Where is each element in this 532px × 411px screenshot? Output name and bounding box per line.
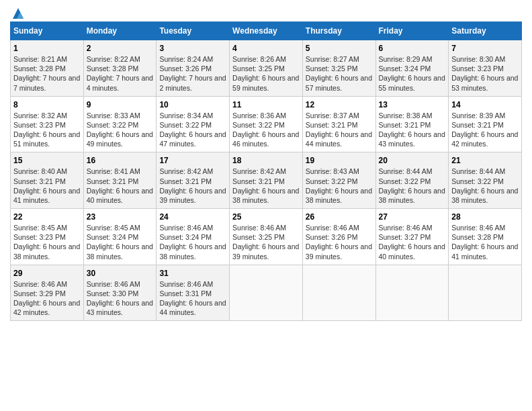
sunrise: Sunrise: 8:32 AM <box>13 111 67 120</box>
sunset: Sunset: 3:28 PM <box>13 64 66 73</box>
calendar-cell: 23 Sunrise: 8:45 AM Sunset: 3:24 PM Dayl… <box>83 209 157 265</box>
sunset: Sunset: 3:21 PM <box>451 121 504 129</box>
calendar-week-1: 1 Sunrise: 8:21 AM Sunset: 3:28 PM Dayli… <box>11 40 522 97</box>
daylight: Daylight: 6 hours and 59 minutes. <box>232 74 299 91</box>
day-number: 17 <box>159 156 226 165</box>
calendar-cell: 24 Sunrise: 8:46 AM Sunset: 3:24 PM Dayl… <box>157 209 230 265</box>
sunrise: Sunrise: 8:36 AM <box>232 111 286 120</box>
sunset: Sunset: 3:24 PM <box>159 233 212 241</box>
day-number: 19 <box>306 156 373 165</box>
sunrise: Sunrise: 8:44 AM <box>451 167 505 175</box>
day-number: 3 <box>159 44 226 53</box>
day-number: 15 <box>13 156 81 165</box>
calendar-week-5: 29 Sunrise: 8:46 AM Sunset: 3:29 PM Dayl… <box>11 265 522 321</box>
daylight: Daylight: 6 hours and 42 minutes. <box>13 299 80 316</box>
daylight: Daylight: 6 hours and 38 minutes. <box>451 187 518 204</box>
sunset: Sunset: 3:22 PM <box>451 177 504 185</box>
sunset: Sunset: 3:25 PM <box>306 64 358 73</box>
sunset: Sunset: 3:24 PM <box>379 64 431 73</box>
calendar-cell <box>302 265 375 321</box>
sunset: Sunset: 3:21 PM <box>306 121 358 129</box>
calendar-cell: 10 Sunrise: 8:34 AM Sunset: 3:22 PM Dayl… <box>157 96 230 152</box>
day-info: Sunrise: 8:24 AM Sunset: 3:26 PM Dayligh… <box>159 54 226 93</box>
sunset: Sunset: 3:27 PM <box>379 233 431 241</box>
calendar-cell: 16 Sunrise: 8:41 AM Sunset: 3:21 PM Dayl… <box>83 152 157 209</box>
logo-icon <box>11 7 25 20</box>
sunrise: Sunrise: 8:33 AM <box>87 111 140 120</box>
sunrise: Sunrise: 8:39 AM <box>451 111 505 120</box>
day-number: 13 <box>379 100 446 109</box>
sunrise: Sunrise: 8:46 AM <box>306 224 359 232</box>
sunset: Sunset: 3:25 PM <box>232 64 285 73</box>
day-number: 26 <box>306 212 373 222</box>
daylight: Daylight: 6 hours and 38 minutes. <box>379 187 445 204</box>
day-info: Sunrise: 8:46 AM Sunset: 3:29 PM Dayligh… <box>13 279 81 318</box>
calendar-table: SundayMondayTuesdayWednesdayThursdayFrid… <box>10 21 522 321</box>
day-info: Sunrise: 8:38 AM Sunset: 3:21 PM Dayligh… <box>379 111 446 149</box>
sunrise: Sunrise: 8:29 AM <box>379 55 433 63</box>
sunset: Sunset: 3:21 PM <box>379 121 431 129</box>
day-number: 1 <box>13 44 81 53</box>
day-number: 14 <box>451 100 519 109</box>
day-number: 23 <box>87 212 154 222</box>
daylight: Daylight: 6 hours and 51 minutes. <box>13 130 80 148</box>
daylight: Daylight: 6 hours and 44 minutes. <box>306 130 372 148</box>
calendar-cell <box>449 265 522 321</box>
calendar-week-3: 15 Sunrise: 8:40 AM Sunset: 3:21 PM Dayl… <box>11 152 522 209</box>
day-info: Sunrise: 8:34 AM Sunset: 3:22 PM Dayligh… <box>159 111 226 149</box>
day-number: 9 <box>87 100 154 109</box>
sunrise: Sunrise: 8:34 AM <box>159 111 213 120</box>
day-info: Sunrise: 8:26 AM Sunset: 3:25 PM Dayligh… <box>232 54 300 93</box>
daylight: Daylight: 6 hours and 57 minutes. <box>306 74 372 91</box>
sunrise: Sunrise: 8:42 AM <box>159 167 213 175</box>
day-info: Sunrise: 8:46 AM Sunset: 3:26 PM Dayligh… <box>306 223 373 261</box>
daylight: Daylight: 6 hours and 46 minutes. <box>232 130 299 148</box>
calendar-cell: 3 Sunrise: 8:24 AM Sunset: 3:26 PM Dayli… <box>157 40 230 97</box>
sunset: Sunset: 3:30 PM <box>87 289 139 298</box>
calendar-cell: 26 Sunrise: 8:46 AM Sunset: 3:26 PM Dayl… <box>302 209 375 265</box>
daylight: Daylight: 6 hours and 39 minutes. <box>306 242 372 260</box>
day-info: Sunrise: 8:43 AM Sunset: 3:22 PM Dayligh… <box>306 167 373 205</box>
day-info: Sunrise: 8:27 AM Sunset: 3:25 PM Dayligh… <box>306 54 373 93</box>
sunrise: Sunrise: 8:43 AM <box>306 167 359 175</box>
day-number: 7 <box>451 44 519 53</box>
sunrise: Sunrise: 8:44 AM <box>379 167 433 175</box>
calendar-cell <box>230 265 303 321</box>
day-number: 6 <box>379 44 446 53</box>
day-number: 27 <box>379 212 446 222</box>
calendar-week-2: 8 Sunrise: 8:32 AM Sunset: 3:23 PM Dayli… <box>11 96 522 152</box>
sunrise: Sunrise: 8:46 AM <box>451 224 505 232</box>
day-info: Sunrise: 8:30 AM Sunset: 3:23 PM Dayligh… <box>451 54 519 93</box>
calendar-cell: 6 Sunrise: 8:29 AM Sunset: 3:24 PM Dayli… <box>375 40 449 97</box>
day-info: Sunrise: 8:45 AM Sunset: 3:24 PM Dayligh… <box>87 223 154 261</box>
day-info: Sunrise: 8:46 AM Sunset: 3:28 PM Dayligh… <box>451 223 519 261</box>
sunrise: Sunrise: 8:46 AM <box>379 224 433 232</box>
sunset: Sunset: 3:24 PM <box>87 233 139 241</box>
calendar-cell: 25 Sunrise: 8:46 AM Sunset: 3:25 PM Dayl… <box>230 209 303 265</box>
daylight: Daylight: 6 hours and 43 minutes. <box>87 299 153 316</box>
day-number: 16 <box>87 156 154 165</box>
daylight: Daylight: 6 hours and 40 minutes. <box>379 242 445 260</box>
day-info: Sunrise: 8:37 AM Sunset: 3:21 PM Dayligh… <box>306 111 373 149</box>
calendar-header-friday: Friday <box>375 22 449 40</box>
day-info: Sunrise: 8:46 AM Sunset: 3:27 PM Dayligh… <box>379 223 446 261</box>
day-info: Sunrise: 8:44 AM Sunset: 3:22 PM Dayligh… <box>379 167 446 205</box>
daylight: Daylight: 6 hours and 42 minutes. <box>451 130 518 148</box>
sunrise: Sunrise: 8:46 AM <box>232 224 286 232</box>
daylight: Daylight: 6 hours and 39 minutes. <box>232 242 299 260</box>
sunset: Sunset: 3:22 PM <box>87 121 139 129</box>
page-container: SundayMondayTuesdayWednesdayThursdayFrid… <box>0 0 532 328</box>
sunset: Sunset: 3:26 PM <box>159 64 212 73</box>
day-info: Sunrise: 8:46 AM Sunset: 3:31 PM Dayligh… <box>159 279 226 318</box>
calendar-header-tuesday: Tuesday <box>157 22 230 40</box>
daylight: Daylight: 6 hours and 47 minutes. <box>159 130 226 148</box>
daylight: Daylight: 6 hours and 38 minutes. <box>13 242 80 260</box>
calendar-cell: 1 Sunrise: 8:21 AM Sunset: 3:28 PM Dayli… <box>11 40 84 97</box>
day-info: Sunrise: 8:39 AM Sunset: 3:21 PM Dayligh… <box>451 111 519 149</box>
calendar-cell: 8 Sunrise: 8:32 AM Sunset: 3:23 PM Dayli… <box>11 96 84 152</box>
day-info: Sunrise: 8:44 AM Sunset: 3:22 PM Dayligh… <box>451 167 519 205</box>
day-number: 11 <box>232 100 300 109</box>
calendar-cell: 20 Sunrise: 8:44 AM Sunset: 3:22 PM Dayl… <box>375 152 449 209</box>
sunset: Sunset: 3:23 PM <box>13 233 66 241</box>
calendar-cell: 14 Sunrise: 8:39 AM Sunset: 3:21 PM Dayl… <box>449 96 522 152</box>
